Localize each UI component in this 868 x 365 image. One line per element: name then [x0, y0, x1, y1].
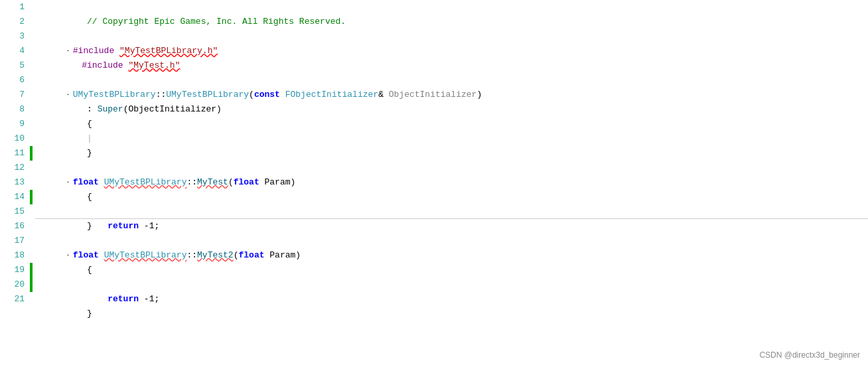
watermark: CSDN @directx3d_beginner — [759, 350, 860, 360]
code-line-12: ⁃float UMyTestBPLibrary::MyTest(float Pa… — [35, 161, 868, 175]
line-numbers: 1 2 3 4 5 6 7 8 9 10 11 12 13 14 15 16 1… — [0, 0, 30, 365]
code-line-15: } — [35, 204, 868, 219]
code-line-21 — [35, 292, 868, 307]
code-line-6: ⁃UMyTestBPLibrary::UMyTestBPLibrary(cons… — [35, 73, 868, 88]
code-line-2 — [35, 15, 868, 29]
code-line-20: } — [35, 277, 868, 292]
green-bar-11 — [30, 146, 33, 161]
code-line-18: { — [35, 248, 868, 263]
green-bar-14 — [30, 190, 33, 204]
green-bar-19 — [30, 263, 33, 277]
code-line-11 — [35, 146, 868, 161]
code-line-3: ⁃#include "MyTestBPLibrary.h" — [35, 29, 868, 44]
code-line-8: { — [35, 102, 868, 117]
code-line-1: // Copyright Epic Games, Inc. All Rights… — [35, 0, 868, 15]
code-line-7: : Super(ObjectInitializer) — [35, 88, 868, 102]
code-line-17: ⁃float UMyTestBPLibrary::MyTest2(float P… — [35, 234, 868, 248]
code-line-19: return -1; — [35, 263, 868, 277]
code-line-13: { — [35, 175, 868, 190]
code-line-5 — [35, 58, 868, 73]
code-content[interactable]: // Copyright Epic Games, Inc. All Rights… — [30, 0, 868, 365]
code-editor: 1 2 3 4 5 6 7 8 9 10 11 12 13 14 15 16 1… — [0, 0, 868, 365]
green-bar-20 — [30, 277, 33, 292]
code-line-16 — [35, 219, 868, 234]
code-line-9: | — [35, 117, 868, 131]
code-line-10: } — [35, 131, 868, 146]
code-line-4: #include "MyTest.h" — [35, 44, 868, 58]
code-line-14: return -1; — [35, 190, 868, 204]
